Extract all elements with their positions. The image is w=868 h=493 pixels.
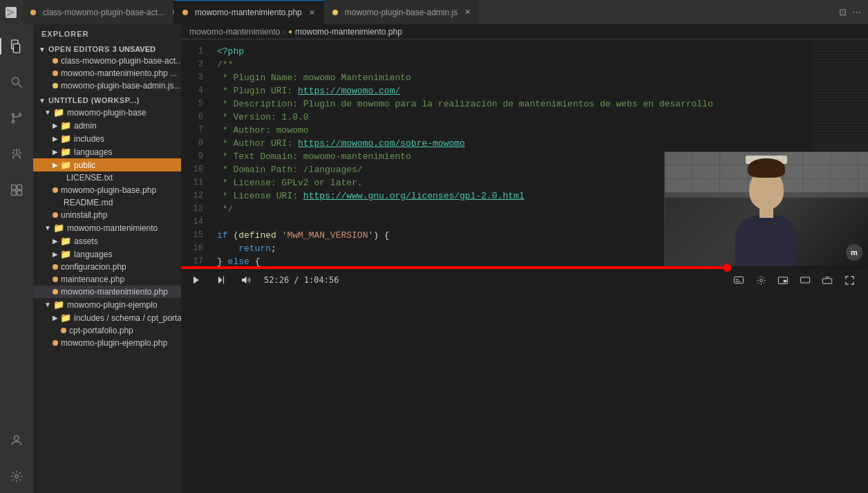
file-plugin-ejemplo[interactable]: mowomo-plugin-ejemplo.php [33,337,181,349]
editor-file-label-3: mowomo-plugin-base-admin.js... [61,81,180,91]
pip-button[interactable] [773,268,793,292]
folder-label-public: public [74,160,95,170]
tab-class-mowomo[interactable]: class-mowomo-plugin-base-act... ✕ [22,0,174,24]
progress-thumb[interactable] [723,263,731,272]
tab-close-active-icon[interactable]: ✕ [309,8,315,17]
folder-chevron-ejemplo: ▼ [44,301,51,308]
tab-label: class-mowomo-plugin-base-act... [43,8,164,17]
file-uninstall[interactable]: uninstall.php [33,209,181,221]
svg-point-2 [12,77,19,84]
split-editor-icon[interactable]: ⊡ [839,7,847,17]
folder-icon-schema: 📁 [60,313,71,323]
folder-icon-man: 📁 [53,223,64,233]
file-dot-plugin-ejemplo [53,340,58,346]
captions-button[interactable] [728,268,749,292]
file-dot-uninstall [53,212,58,218]
file-label-configuracion: configuracion.php [61,262,126,272]
activity-extensions[interactable] [0,174,33,207]
controls-row: 52:26 / 1:04:56 [181,269,868,291]
file-label-uninstall: uninstall.php [61,210,107,220]
svg-rect-24 [800,277,809,283]
folder-icon-lang2: 📁 [60,249,71,259]
file-label-plugin-base: mowomo-plugin-base.php [61,185,156,195]
play-button[interactable] [184,268,209,292]
folder-label-schema: includes / schema / cpt_portafolio [74,313,181,323]
folder-includes[interactable]: ▶ 📁 includes [33,132,181,145]
sidebar-header: EXPLORER [33,24,181,44]
svg-rect-18 [734,277,743,283]
video-watermark: m [846,244,862,261]
main-area: EXPLORER ▼ OPEN EDITORS 3 UNSAVED class-… [0,24,868,493]
open-editor-js[interactable]: mowomo-plugin-base-admin.js... [33,80,181,92]
breadcrumb-sep1: › [283,28,285,36]
folder-chevron-schema: ▶ [53,314,58,322]
next-button[interactable] [209,268,234,292]
folder-mowomo-plugin-ejemplo[interactable]: ▼ 📁 mowomo-plugin-ejemplo [33,298,181,311]
activity-account[interactable] [0,424,33,457]
svg-rect-1 [13,44,19,53]
folder-label-includes: includes [74,134,104,144]
title-bar: class-mowomo-plugin-base-act... ✕ mowomo… [0,0,868,24]
theater-button[interactable] [795,268,815,292]
folder-label-ejemplo: mowomo-plugin-ejemplo [67,300,158,310]
svg-marker-14 [194,277,199,284]
activity-search[interactable] [0,66,33,99]
file-license[interactable]: LICENSE.txt [33,171,181,184]
folder-assets[interactable]: ▶ 📁 assets [33,234,181,248]
sidebar: EXPLORER ▼ OPEN EDITORS 3 UNSAVED class-… [33,24,181,493]
folder-mowomo-mantenimiento[interactable]: ▼ 📁 mowomo-mantenimiento [33,221,181,234]
title-bar-actions: ⊡ ⋯ [832,7,868,17]
tab-label-js: mowomo-plugin-base-admin.js [345,8,457,17]
file-dot-configuracion [53,264,58,270]
folder-admin[interactable]: ▶ 📁 admin [33,119,181,132]
folder-languages-2[interactable]: ▶ 📁 languages [33,248,181,261]
activity-git[interactable] [0,102,33,135]
file-plugin-base-php[interactable]: mowomo-plugin-base.php [33,184,181,196]
tab-mowomo-mantenimiento[interactable]: mowomo-mantenimiento.php ✕ [174,0,324,24]
miniplayer-button[interactable] [817,268,838,292]
folder-chevron-man: ▼ [44,224,51,232]
folder-chevron-public: ▶ [53,161,58,169]
breadcrumb-bar: mowomo-mantenimiento › ● mowomo-mantenim… [181,24,868,39]
volume-button[interactable] [234,268,258,292]
video-face: m [665,152,868,266]
tab-dot [30,10,36,15]
folder-mowomo-plugin-base[interactable]: ▼ 📁 mowomo-plugin-base [33,106,181,119]
activity-debug[interactable] [0,138,33,171]
progress-container[interactable] [181,266,868,269]
open-editors-header[interactable]: ▼ OPEN EDITORS 3 UNSAVED [33,44,181,55]
folder-label-1: mowomo-plugin-base [67,108,147,118]
fullscreen-button[interactable] [839,268,860,292]
activity-settings[interactable] [0,460,33,493]
svg-rect-8 [12,185,17,190]
activity-files[interactable] [0,30,33,63]
progress-filled [181,266,727,269]
file-configuracion[interactable]: configuracion.php [33,261,181,273]
app-icon-area [0,7,22,18]
folder-icon-1: 📁 [53,107,64,118]
workspace-header[interactable]: ▼ UNTITLED (WORKSP...) [33,95,181,106]
folder-public[interactable]: ▶ 📁 public [33,158,181,171]
person-hair [748,158,785,178]
folder-languages-1[interactable]: ▶ 📁 languages [33,145,181,158]
tab-admin-js[interactable]: mowomo-plugin-base-admin.js ✕ [324,0,476,24]
svg-marker-17 [242,277,247,284]
svg-marker-15 [218,277,223,284]
editor-video-wrap: mowomo-mantenimiento › ● mowomo-mantenim… [181,24,868,493]
file-label-mowomo-man: mowomo-mantenimiento.php [61,287,168,297]
file-cpt-portafolio[interactable]: cpt-portafolio.php [33,324,181,337]
folder-chevron-1: ▼ [44,109,51,116]
file-maintenance[interactable]: maintenance.php [33,273,181,286]
settings-button[interactable] [751,268,771,292]
file-readme[interactable]: README.md [33,196,181,209]
editor-area: 12345 678910 1112131415 1617181920 21222… [181,39,868,266]
svg-rect-25 [822,278,831,283]
more-actions-icon[interactable]: ⋯ [852,7,861,17]
open-editor-php1[interactable]: class-mowomo-plugin-base-act... [33,55,181,67]
open-editor-php2[interactable]: mowomo-mantenimiento.php ... [33,67,181,80]
editor-file-label-1: class-mowomo-plugin-base-act... [61,56,181,66]
file-mowomo-mantenimiento[interactable]: mowomo-mantenimiento.php [33,286,181,298]
workspace-label: UNTITLED (WORKSP...) [48,96,140,104]
folder-schema-cpt[interactable]: ▶ 📁 includes / schema / cpt_portafolio [33,311,181,324]
tab-close-js-icon[interactable]: ✕ [464,8,471,17]
